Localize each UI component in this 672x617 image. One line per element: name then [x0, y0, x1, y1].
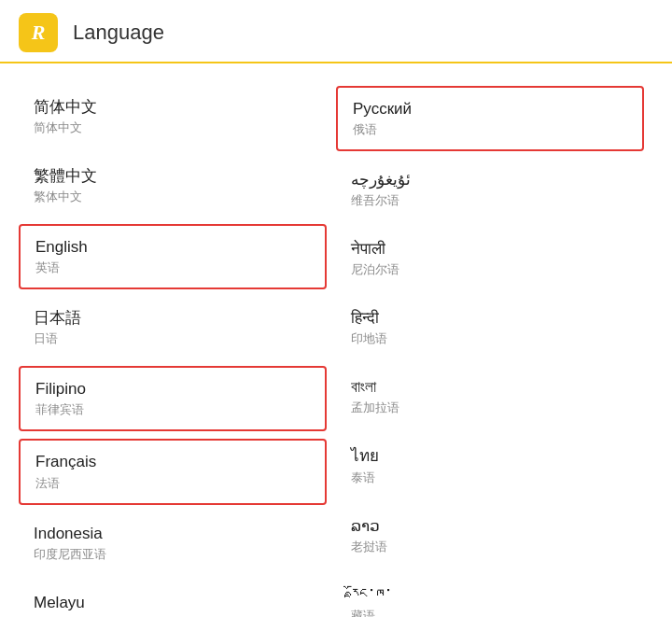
language-name: ไทย [351, 446, 629, 467]
language-subtitle: 泰语 [351, 470, 629, 486]
language-subtitle: 印度尼西亚语 [34, 546, 312, 563]
app-header: R Language [0, 0, 672, 63]
language-name: 简体中文 [34, 97, 312, 118]
language-name: Русский [353, 99, 627, 119]
language-item[interactable]: 繁體中文繁体中文 [19, 155, 327, 217]
language-name: नेपाली [351, 239, 629, 259]
language-subtitle: 俄语 [353, 121, 627, 138]
language-item[interactable]: Filipino菲律宾语 [19, 366, 327, 431]
language-subtitle: 法语 [35, 475, 310, 492]
language-subtitle: 藏语 [351, 608, 629, 617]
language-item[interactable]: ไทย泰语 [336, 435, 644, 497]
language-subtitle: 英语 [35, 259, 310, 276]
language-subtitle: 维吾尔语 [351, 192, 629, 209]
language-subtitle: 老挝语 [351, 539, 629, 555]
logo-letter: R [32, 21, 46, 45]
language-name: हिन्दी [351, 308, 629, 329]
language-item[interactable]: 日本語日语 [19, 297, 327, 358]
language-item[interactable]: Indonesia印度尼西亚语 [19, 512, 327, 574]
language-subtitle: 菲律宾语 [35, 401, 310, 418]
language-name: རྫོང་ཁ་ [351, 585, 629, 606]
language-name: Filipino [35, 379, 310, 400]
language-grid: 简体中文简体中文繁體中文繁体中文English英语日本語日语Filipino菲律… [0, 73, 672, 617]
language-name: 日本語 [34, 308, 312, 329]
language-subtitle: 印地语 [351, 330, 629, 347]
language-name: ລາວ [351, 516, 629, 537]
language-subtitle: 简体中文 [34, 119, 312, 136]
left-column: 简体中文简体中文繁體中文繁体中文English英语日本語日语Filipino菲律… [19, 82, 336, 617]
language-name: বাংলা [351, 377, 629, 398]
language-item[interactable]: বাংলা孟加拉语 [336, 366, 644, 428]
language-name: Français [35, 452, 310, 472]
language-name: 繁體中文 [34, 166, 312, 187]
language-name: Indonesia [34, 524, 312, 544]
language-subtitle: 日语 [34, 330, 312, 347]
language-subtitle: 繁体中文 [34, 189, 312, 205]
language-name: Melayu [34, 593, 312, 613]
language-item[interactable]: 简体中文简体中文 [19, 86, 327, 147]
language-subtitle: 孟加拉语 [351, 400, 629, 416]
app-logo: R [19, 13, 58, 52]
right-column: Русский俄语ئۇيغۇرچە维吾尔语नेपाली尼泊尔语हिन्दी印地语… [336, 82, 653, 617]
language-item[interactable]: ئۇيغۇرچە维吾尔语 [336, 159, 644, 220]
page-title: Language [73, 21, 164, 45]
language-name: English [35, 237, 310, 258]
language-item[interactable]: English英语 [19, 224, 327, 289]
language-item[interactable]: Français法语 [19, 439, 327, 504]
language-item[interactable]: Melayu马来语 [19, 582, 327, 617]
language-item[interactable]: རྫོང་ཁ་藏语 [336, 574, 644, 617]
language-subtitle: 尼泊尔语 [351, 261, 629, 278]
language-item[interactable]: ລາວ老挝语 [336, 505, 644, 567]
language-name: ئۇيغۇرچە [351, 170, 629, 190]
language-item[interactable]: नेपाली尼泊尔语 [336, 228, 644, 289]
language-item[interactable]: हिन्दी印地语 [336, 297, 644, 358]
language-item[interactable]: Русский俄语 [336, 86, 644, 151]
